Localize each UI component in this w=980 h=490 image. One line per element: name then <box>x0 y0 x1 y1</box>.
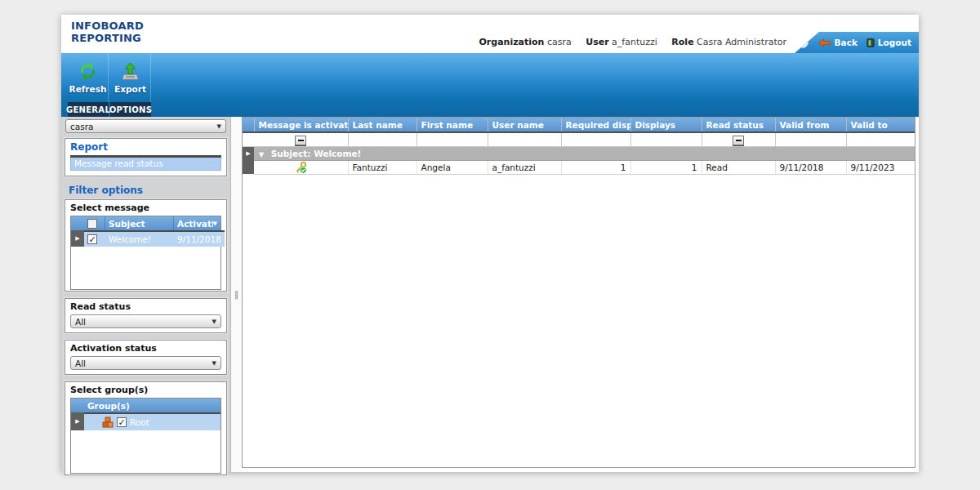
chevron-down-icon: ▼ <box>212 318 216 325</box>
role-label: Role <box>671 37 693 47</box>
back-label: Back <box>835 38 858 47</box>
column-valid-from[interactable]: Valid from <box>775 118 846 132</box>
logo-line2: REPORTING <box>71 32 144 44</box>
column-read-status[interactable]: Read status <box>702 118 775 132</box>
message-header-corner <box>71 216 84 230</box>
info-icon[interactable]: i <box>797 37 808 48</box>
chevron-down-icon: ▼ <box>212 360 216 367</box>
groups-table: Group(s) ▶ <box>70 398 221 474</box>
report-item-message-read-status[interactable]: Message read status <box>70 158 221 171</box>
cell-message-activated <box>254 160 348 174</box>
app-logo: INFOBOARD REPORTING <box>71 20 144 45</box>
activation-status-select[interactable]: All ▼ <box>70 356 221 370</box>
organization-select[interactable]: casra ▼ <box>65 119 226 133</box>
ribbon-toolbar: Refresh GENERAL Export OPTIONS <box>61 53 919 117</box>
filter-cell-first-name[interactable] <box>416 132 488 146</box>
column-activation-date[interactable]: Activation da ▼ <box>174 216 220 230</box>
tab-general[interactable]: GENERAL <box>68 102 109 117</box>
read-status-title: Read status <box>70 301 221 312</box>
column-groups[interactable]: Group(s) <box>84 399 220 412</box>
app-window: INFOBOARD REPORTING Organization casra U… <box>61 15 919 472</box>
filter-cell-message-activated[interactable] <box>254 132 348 146</box>
column-displays[interactable]: Displays <box>630 118 702 132</box>
column-user-name[interactable]: User name <box>488 118 561 132</box>
groups-header-corner <box>71 399 84 412</box>
organization-label: Organization <box>479 37 545 47</box>
grid-filter-row <box>243 132 915 146</box>
column-valid-to[interactable]: Valid to <box>846 118 915 132</box>
select-message-table: Subject Activation da ▼ ▶ <box>70 216 221 290</box>
group-checkbox[interactable]: ✓ <box>117 417 127 427</box>
column-message-activated[interactable]: Message is activated <box>254 118 348 132</box>
refresh-label: Refresh <box>69 84 107 94</box>
message-checkbox[interactable]: ✓ <box>87 234 97 244</box>
filter-cell-valid-to[interactable] <box>846 132 915 146</box>
cell-valid-to: 9/11/2023 <box>846 160 915 174</box>
group-row-indicator[interactable]: ▶ <box>71 412 84 430</box>
chevron-down-icon: ▼ <box>217 123 221 130</box>
column-first-name[interactable]: First name <box>416 118 488 132</box>
activation-status-panel: Activation status All ▼ <box>65 340 227 375</box>
grid-data-row[interactable]: Fantuzzi Angela a_fantuzzi 1 1 Read 9/11… <box>243 160 915 174</box>
message-row[interactable]: ✓ Welcome! 9/11/2018 <box>84 232 225 247</box>
group-header-subject[interactable]: ▼ Subject: Welcome! <box>254 146 915 160</box>
logout-button[interactable]: Logout <box>866 38 911 48</box>
organization-value: casra <box>547 37 572 47</box>
data-row-indicator[interactable] <box>243 160 254 174</box>
sidebar-splitter[interactable]: ‖ <box>231 117 242 472</box>
cell-valid-from: 9/11/2018 <box>775 160 846 174</box>
group-row[interactable]: ✓ Root <box>84 414 220 430</box>
results-grid: Message is activated Last name First nam… <box>242 117 915 468</box>
cell-first-name: Angela <box>416 160 488 174</box>
group-cubes-icon <box>102 416 114 428</box>
cell-displays: 1 <box>630 160 702 174</box>
filter-cell-displays[interactable] <box>630 132 702 146</box>
organization-select-value: casra <box>70 122 217 131</box>
export-icon <box>120 61 140 82</box>
user-value: a_fantuzzi <box>612 37 657 47</box>
message-activation-date: 9/11/2018 <box>174 232 225 247</box>
cell-required-displays: 1 <box>561 160 630 174</box>
logout-icon <box>866 38 875 48</box>
message-subject: Welcome! <box>105 232 174 247</box>
sort-desc-icon: ▼ <box>213 220 217 227</box>
select-message-title: Select message <box>70 203 221 213</box>
select-all-checkbox[interactable] <box>87 219 97 229</box>
column-last-name[interactable]: Last name <box>348 118 416 132</box>
filter-row-indicator[interactable] <box>243 132 254 146</box>
filter-cell-last-name[interactable] <box>348 132 416 146</box>
message-row-indicator[interactable]: ▶ <box>71 230 84 247</box>
filter-cell-read-status[interactable] <box>702 132 775 146</box>
read-status-value: All <box>75 317 212 327</box>
grid-group-row: ▶ ▼ Subject: Welcome! <box>243 146 915 160</box>
tristate-filter-message[interactable] <box>295 136 306 145</box>
activation-status-value: All <box>75 359 212 368</box>
content-area: casra ▼ Report Message read status Filte… <box>61 117 919 472</box>
export-label: Export <box>114 84 146 94</box>
back-button[interactable]: Back <box>817 38 858 47</box>
message-table-empty <box>71 247 220 289</box>
filter-options-title: Filter options <box>69 185 230 196</box>
message-select-all-cell[interactable] <box>84 216 105 230</box>
app-header: INFOBOARD REPORTING Organization casra U… <box>61 15 919 53</box>
tristate-filter-read-status[interactable] <box>733 136 744 145</box>
filter-cell-user-name[interactable] <box>488 132 561 146</box>
group-row-expander[interactable]: ▶ <box>243 146 254 160</box>
group-label: Root <box>130 417 149 427</box>
user-label: User <box>586 37 608 47</box>
user-info-bar: Organization casra User a_fantuzzi Role … <box>479 37 786 47</box>
logo-line1: INFOBOARD <box>71 20 144 32</box>
filter-cell-valid-from[interactable] <box>775 132 846 146</box>
report-panel: Report Message read status <box>65 138 227 176</box>
refresh-button[interactable]: Refresh <box>68 53 109 102</box>
column-required-displays[interactable]: Required displays <box>561 118 630 132</box>
tab-options[interactable]: OPTIONS <box>110 102 151 117</box>
export-button[interactable]: Export <box>110 53 151 102</box>
read-status-panel: Read status All ▼ <box>65 298 227 333</box>
filter-cell-required-displays[interactable] <box>561 132 630 146</box>
select-groups-title: Select group(s) <box>70 385 221 395</box>
grid-header-row: Message is activated Last name First nam… <box>243 118 915 132</box>
column-subject[interactable]: Subject <box>105 216 174 230</box>
key-check-icon <box>294 161 307 174</box>
read-status-select[interactable]: All ▼ <box>70 314 221 328</box>
